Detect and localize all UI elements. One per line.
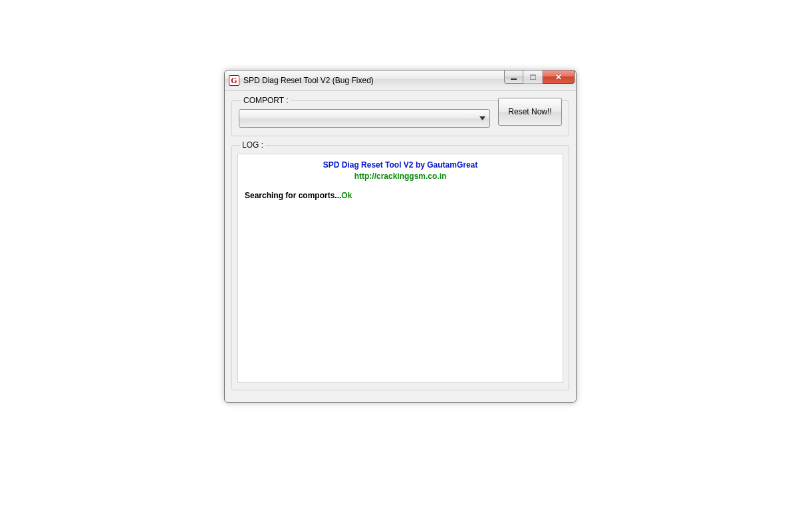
- log-search-label: Searching for comports...: [245, 191, 341, 200]
- log-group: LOG : SPD Diag Reset Tool V2 by GautamGr…: [231, 140, 569, 390]
- comport-combobox[interactable]: [239, 109, 490, 128]
- chevron-down-icon: [479, 116, 485, 120]
- titlebar[interactable]: G SPD Diag Reset Tool V2 (Bug Fixed) ✕: [225, 70, 576, 90]
- log-output: SPD Diag Reset Tool V2 by GautamGreat ht…: [237, 154, 563, 383]
- maximize-icon: [530, 74, 536, 80]
- close-icon: ✕: [555, 73, 562, 81]
- log-search-line: Searching for comports...Ok: [245, 191, 556, 200]
- reset-button-label: Reset Now!!: [508, 107, 551, 116]
- maximize-button: [523, 70, 543, 84]
- window-controls: ✕: [504, 70, 575, 90]
- application-window: G SPD Diag Reset Tool V2 (Bug Fixed) ✕ C…: [224, 70, 577, 403]
- app-icon: G: [229, 75, 239, 86]
- log-header-url: http://crackinggsm.co.in: [245, 171, 556, 182]
- svg-marker-0: [479, 116, 485, 120]
- log-header: SPD Diag Reset Tool V2 by GautamGreat ht…: [245, 160, 556, 183]
- window-client-area: COMPORT : Reset Now!! LOG : SPD Diag Res…: [225, 90, 576, 402]
- log-legend: LOG :: [240, 140, 265, 150]
- minimize-button[interactable]: [504, 70, 523, 84]
- reset-now-button[interactable]: Reset Now!!: [498, 98, 562, 126]
- comport-row: Reset Now!!: [239, 109, 562, 128]
- comport-legend: COMPORT :: [241, 96, 291, 105]
- window-title: SPD Diag Reset Tool V2 (Bug Fixed): [243, 76, 504, 85]
- log-search-status: Ok: [341, 191, 352, 200]
- minimize-icon: [511, 78, 517, 80]
- log-header-title: SPD Diag Reset Tool V2 by GautamGreat: [245, 160, 556, 171]
- close-button[interactable]: ✕: [543, 70, 575, 84]
- comport-group: COMPORT : Reset Now!!: [231, 96, 569, 136]
